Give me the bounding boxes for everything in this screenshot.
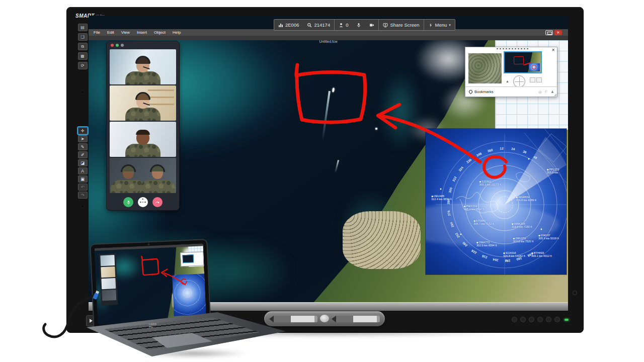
eraser-tool-icon: ◪ xyxy=(78,159,88,166)
minimize-dot[interactable] xyxy=(116,44,119,47)
phone-icon xyxy=(155,200,160,205)
restore-window-button[interactable] xyxy=(545,30,553,35)
menu-button[interactable]: Menu ▾ xyxy=(424,20,455,30)
redo-icon: ↷ xyxy=(78,192,88,199)
window-controls: ✕ xyxy=(545,30,562,35)
radar-bearing-label: 204 xyxy=(493,258,499,262)
participant-video-officer-headset xyxy=(110,49,176,84)
participant-tiles xyxy=(110,49,176,194)
pen-tray-button xyxy=(320,315,329,322)
person-icon xyxy=(339,23,344,28)
radar-bearing-label: 228 xyxy=(470,249,477,255)
radar-bearing-label: 324 xyxy=(458,166,464,172)
terrain-icon: ▲ xyxy=(506,79,509,83)
compass-control[interactable] xyxy=(513,75,525,87)
bezel-refresh-icon: ⟳ xyxy=(78,62,88,69)
bezel-button xyxy=(512,317,517,322)
radar-image-object[interactable]: 1681801922042162282402522642762883003123… xyxy=(426,129,567,275)
thumbnail-ink-rectangle xyxy=(514,56,524,65)
call-controls xyxy=(107,197,179,207)
radar-target: ◆SJD501305.3 kts 10273 ft xyxy=(479,180,501,186)
menu-view[interactable]: View xyxy=(121,30,130,35)
end-call-button[interactable] xyxy=(152,197,163,207)
radar-bearing-label: 348 xyxy=(476,151,482,157)
headset-icon xyxy=(121,164,136,172)
drop-pin-icon[interactable]: ◎ xyxy=(538,90,541,94)
radar-bearing-label: 336 xyxy=(466,158,472,164)
mic-button[interactable] xyxy=(352,20,365,30)
headset-icon xyxy=(150,164,165,172)
radar-bearing-label: 300 xyxy=(448,187,453,193)
coast-shallows xyxy=(340,191,400,261)
radar-target: ◆SOA516324.8 kts 13162 ft xyxy=(503,251,525,257)
menu-label: Menu xyxy=(435,22,447,28)
radar-bearing-label: 12 xyxy=(500,146,504,150)
radar-labels: 1681801922042162282402522642762883003123… xyxy=(426,129,567,275)
radar-target: ◆DRU251303.8 kts 7520 ft xyxy=(513,237,534,243)
menu-file[interactable]: File xyxy=(94,30,100,35)
share-screen-button[interactable]: Share Screen xyxy=(379,20,423,30)
radar-bearing-label: 240 xyxy=(461,241,468,248)
document-title-bar: Untitled.fcw xyxy=(89,36,568,40)
bookmark-pin-icon xyxy=(468,90,472,94)
participant-video-smiling-officer xyxy=(110,85,176,121)
radar-bearing-label: 36 xyxy=(522,150,527,154)
radar-target: ◆BTH493309.1 kts 4012 ft xyxy=(531,251,552,257)
session-code-button[interactable]: 214174 xyxy=(303,20,334,30)
mic-toggle-button[interactable] xyxy=(123,197,133,207)
settings-dot[interactable] xyxy=(121,44,124,47)
participant-video-soldier xyxy=(110,122,176,157)
laptop-brand-label: Laptop Pro xyxy=(149,322,157,328)
radar-target: ◆WRK304318.6 kts 7150 ft xyxy=(512,222,532,228)
close-dot[interactable] xyxy=(111,44,114,47)
menu-insert[interactable]: Insert xyxy=(137,30,147,35)
radar-target: ◆PWX219345.2 kts 9542 ft xyxy=(464,205,485,211)
room-chart-icon xyxy=(278,23,283,28)
menu-help[interactable]: Help xyxy=(173,30,181,35)
call-window-controls[interactable] xyxy=(107,41,179,48)
radar-bearing-label: 24 xyxy=(511,147,515,151)
active-view-thumbnail[interactable] xyxy=(504,51,542,73)
highlighter-tool-icon: ✐ xyxy=(78,151,88,158)
map-navigation-panel[interactable]: ✕ ▲ Bookmarks ◎⚐♟ xyxy=(465,47,557,97)
share-screen-label: Share Screen xyxy=(390,22,419,28)
bezel-sensor xyxy=(573,291,577,295)
headset-icon xyxy=(135,56,150,63)
participants-button[interactable]: 0 xyxy=(335,20,352,30)
resize-handle[interactable] xyxy=(554,94,556,96)
room-id-button[interactable]: 2E006 xyxy=(274,20,303,30)
zoom-in-button[interactable] xyxy=(530,77,535,82)
boat-wake-small xyxy=(335,160,339,173)
document-title: Untitled.fcw xyxy=(319,40,337,43)
close-window-button[interactable]: ✕ xyxy=(554,30,562,35)
share-screen-icon xyxy=(383,23,388,28)
radar-bearing-label: 192 xyxy=(505,259,510,263)
coastal-town xyxy=(343,211,421,269)
terrain-map-thumbnail[interactable] xyxy=(468,53,502,83)
session-code-label: 214174 xyxy=(314,22,330,28)
panel-action-icons[interactable]: ◎⚐♟ xyxy=(538,90,554,94)
magnifier-icon xyxy=(307,23,312,28)
boat-wake xyxy=(321,91,331,141)
zoom-out-button[interactable] xyxy=(536,77,542,82)
camera-button[interactable] xyxy=(365,20,378,30)
radar-bearing-label: 48 xyxy=(533,155,538,160)
stylus-pen-right xyxy=(332,316,380,322)
headset-icon xyxy=(135,92,150,100)
bookmarks-bar[interactable]: Bookmarks ◎⚐♟ xyxy=(465,86,557,97)
radar-target: ◆WGR632324.8 kts 6289 ft xyxy=(516,196,536,202)
share-location-icon[interactable]: ⚐ xyxy=(544,90,547,94)
panel-close-icon[interactable]: ✕ xyxy=(551,48,555,52)
menu-edit[interactable]: Edit xyxy=(107,30,114,35)
stage: SMARTiQ Pro ▤ ❑ ⧉ ▦ ⟳ ✛ ➤ ✎ ✐ ◪ A ▣ ↶ ↷ xyxy=(0,0,644,362)
text-tool-icon: A xyxy=(78,167,88,174)
radar-bearing-label: 216 xyxy=(481,254,488,259)
lightning-icon xyxy=(428,23,433,28)
radar-target: ◆OEU485312.4 kts 9552 ft xyxy=(431,195,452,201)
bezel-button xyxy=(529,317,534,322)
camera-toggle-button[interactable] xyxy=(142,198,144,200)
bezel-screw xyxy=(82,206,83,207)
ink-rectangle-tail xyxy=(296,65,297,75)
menu-object[interactable]: Object xyxy=(154,30,166,35)
bezel-tool-strip: ✛ ➤ ✎ ✐ ◪ A ▣ ↶ ↷ xyxy=(76,127,89,200)
